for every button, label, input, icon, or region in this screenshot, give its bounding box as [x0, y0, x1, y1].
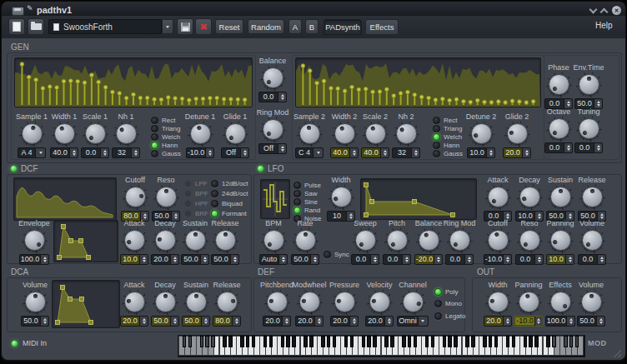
knob-dial[interactable]	[299, 292, 320, 312]
preset-combobox[interactable]: SwooshForth	[48, 19, 162, 34]
knob-dial[interactable]	[24, 230, 45, 251]
radio-hpf[interactable]: HPF	[184, 198, 208, 208]
knob-dial[interactable]	[488, 292, 509, 312]
spin-arrows-icon[interactable]	[594, 143, 602, 152]
radio-rand[interactable]: Rand	[293, 206, 321, 214]
spin-arrows-icon[interactable]	[349, 148, 358, 157]
knob-dial[interactable]	[334, 123, 355, 144]
spin-arrows-icon[interactable]	[278, 144, 286, 153]
radio-bpf[interactable]: BPF	[184, 188, 208, 198]
spin-arrows-icon[interactable]	[566, 317, 574, 326]
value-spinbox[interactable]: 0.0	[351, 254, 379, 265]
value-spinbox[interactable]: 50.0	[21, 316, 49, 327]
gen-phase-control[interactable]: Phase0.0	[542, 63, 575, 109]
radio-triang[interactable]: Triang	[151, 124, 181, 132]
value-spinbox[interactable]: 40.0	[50, 147, 78, 158]
knob-dial[interactable]	[263, 119, 283, 140]
harmonics-display-1[interactable]	[14, 57, 253, 107]
piano-black-key[interactable]	[489, 336, 493, 347]
close-button[interactable]: ✕	[612, 6, 621, 15]
lfo-rate-control[interactable]: Rate50.0	[288, 219, 322, 265]
piano-black-key[interactable]	[309, 336, 314, 347]
knob-dial[interactable]	[263, 230, 284, 251]
spin-arrows-icon[interactable]	[380, 148, 389, 157]
spin-arrows-icon[interactable]	[596, 317, 604, 326]
spin-arrows-icon[interactable]	[522, 148, 530, 157]
piano-black-key[interactable]	[564, 336, 568, 347]
value-spinbox[interactable]: 32	[392, 147, 420, 158]
knob-dial[interactable]	[550, 230, 571, 251]
value-spinbox[interactable]: 10.0	[120, 254, 148, 265]
value-spinbox[interactable]: -10.0	[186, 147, 215, 158]
knob-dial[interactable]	[22, 123, 43, 144]
piano-black-key[interactable]	[211, 336, 215, 347]
tab-padsynth[interactable]: PADsynth	[324, 19, 362, 35]
radio-formant[interactable]: Formant	[211, 208, 248, 218]
knob-dial[interactable]	[225, 123, 246, 144]
spin-arrows-icon[interactable]	[565, 255, 574, 264]
value-spinbox[interactable]: 20.0	[295, 316, 324, 327]
dcf-release-control[interactable]: Release50.0	[208, 219, 242, 265]
spin-arrows-icon[interactable]	[314, 317, 323, 326]
dcf-sustain-control[interactable]: Sustain50.0	[178, 219, 212, 265]
piano-black-key[interactable]	[402, 336, 406, 347]
dca-volume-control[interactable]: Volume50.0	[18, 281, 52, 327]
lfo-sustain-control[interactable]: Sustain50.0	[544, 176, 577, 222]
piano-black-key[interactable]	[362, 336, 366, 347]
chevron-down-icon[interactable]	[418, 317, 428, 326]
knob-dial[interactable]	[579, 118, 599, 139]
piano-black-key[interactable]	[350, 336, 354, 347]
spin-arrows-icon[interactable]	[370, 255, 379, 264]
radio-hann[interactable]: Hann	[433, 141, 463, 149]
piano-black-key[interactable]	[552, 336, 556, 347]
piano-black-key[interactable]	[205, 336, 209, 347]
piano-black-key[interactable]	[327, 336, 331, 347]
dcf-envelope-control[interactable]: Envelope100.0	[18, 219, 51, 265]
spin-arrows-icon[interactable]	[278, 92, 286, 102]
knob-dial[interactable]	[267, 292, 288, 312]
knob-dial[interactable]	[549, 118, 569, 139]
knob-dial[interactable]	[185, 230, 206, 251]
piano-black-key[interactable]	[228, 336, 233, 347]
new-preset-button[interactable]	[8, 18, 25, 35]
piano-black-key[interactable]	[252, 336, 256, 347]
spin-arrows-icon[interactable]	[464, 255, 473, 264]
knob-dial[interactable]	[549, 74, 569, 95]
gen-nh1-control[interactable]: Nh 132	[109, 112, 143, 158]
lfo-bpm-control[interactable]: BPMAuto	[257, 219, 290, 265]
value-combobox[interactable]: Omni	[397, 316, 429, 327]
radio-welch[interactable]: Welch	[433, 132, 463, 141]
piano-black-key[interactable]	[200, 336, 204, 347]
spin-arrows-icon[interactable]	[278, 255, 287, 264]
value-spinbox[interactable]: Off	[221, 147, 249, 158]
piano-keyboard[interactable]	[178, 335, 585, 357]
spin-arrows-icon[interactable]	[232, 317, 240, 326]
piano-black-key[interactable]	[529, 336, 533, 347]
piano-black-key[interactable]	[384, 336, 389, 347]
radio-triang[interactable]: Triang	[433, 124, 463, 132]
knob-dial[interactable]	[155, 292, 176, 312]
gen-scale1-control[interactable]: Scale 10.0	[78, 112, 112, 158]
maximize-button[interactable]	[601, 7, 608, 13]
gen-tuning-control[interactable]: Tuning0.0	[572, 107, 605, 153]
value-combobox[interactable]: C 4	[295, 147, 324, 158]
spin-arrows-icon[interactable]	[534, 255, 543, 264]
chevron-down-icon[interactable]	[313, 148, 323, 157]
knob-dial[interactable]	[116, 123, 137, 144]
value-spinbox[interactable]: 32	[112, 147, 140, 158]
knob-dial[interactable]	[471, 123, 492, 144]
knob-dial[interactable]	[519, 187, 540, 207]
value-spinbox[interactable]: 20.0	[151, 254, 179, 265]
spin-arrows-icon[interactable]	[205, 148, 213, 157]
value-spinbox[interactable]: 50.0	[181, 254, 209, 265]
spin-arrows-icon[interactable]	[230, 255, 238, 264]
radio-rect[interactable]: Rect	[433, 116, 463, 124]
knob-dial[interactable]	[365, 123, 386, 144]
delete-preset-button[interactable]: ✖	[195, 18, 212, 35]
value-spinbox[interactable]: 20.0	[330, 316, 359, 327]
value-spinbox[interactable]: 20.0	[365, 316, 394, 327]
value-spinbox[interactable]: 100.0	[19, 254, 50, 265]
piano-black-key[interactable]	[494, 336, 499, 347]
lfo-cutoff-control[interactable]: Cutoff-10.0	[481, 219, 514, 265]
open-preset-button[interactable]	[28, 18, 44, 35]
